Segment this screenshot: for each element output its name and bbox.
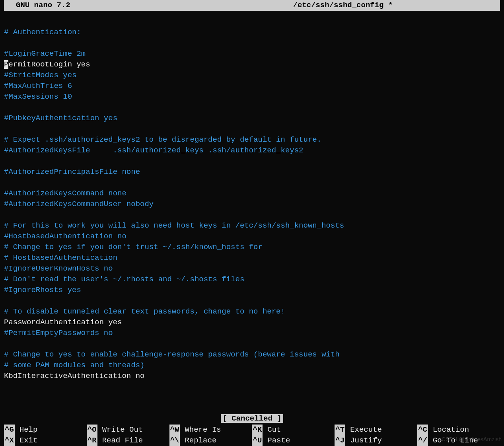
status-message: [ Cancelled ]: [221, 414, 283, 423]
shortcut-item[interactable]: ^\Replace: [169, 435, 252, 446]
shortcut-item[interactable]: ^XExit: [4, 435, 87, 446]
editor-line[interactable]: #PubkeyAuthentication yes: [4, 113, 500, 124]
shortcut-label: Location: [428, 425, 469, 435]
editor-line[interactable]: # To disable tunneled clear text passwor…: [4, 306, 500, 317]
shortcut-label: Justify: [345, 435, 382, 446]
shortcut-label: Where Is: [180, 425, 221, 435]
cursor: P: [4, 60, 8, 69]
line-text: # Expect .ssh/authorized_keys2 to be dis…: [4, 135, 321, 144]
editor-line[interactable]: # Authentication:: [4, 27, 500, 38]
editor-line[interactable]: [4, 339, 500, 349]
editor-line[interactable]: [4, 124, 500, 134]
app-name: GNU nano 7.2: [8, 0, 70, 11]
editor-line[interactable]: [4, 16, 500, 27]
watermark: CSDN @HolmesAmzish: [442, 436, 502, 444]
editor-line[interactable]: KbdInteractiveAuthentication no: [4, 371, 500, 382]
line-text: #IgnoreUserKnownHosts no: [4, 264, 113, 273]
editor-line[interactable]: [4, 156, 500, 167]
line-text: # HostbasedAuthentication: [4, 253, 117, 262]
editor-line[interactable]: #HostbasedAuthentication no: [4, 231, 500, 242]
editor-area[interactable]: # Authentication:#LoginGraceTime 2mPermi…: [0, 11, 504, 382]
shortcut-item[interactable]: ^UPaste: [252, 435, 335, 446]
shortcut-item[interactable]: ^CLocation: [417, 425, 500, 435]
shortcut-key: ^O: [87, 425, 97, 435]
shortcut-item[interactable]: ^JJustify: [335, 435, 417, 446]
shortcut-item[interactable]: ^TExecute: [335, 425, 417, 435]
shortcut-label: Replace: [180, 435, 216, 446]
line-text: # Change to yes if you don't trust ~/.ss…: [4, 243, 263, 251]
shortcut-bar: ^GHelp^OWrite Out^WWhere Is^KCut^TExecut…: [4, 425, 500, 446]
editor-line[interactable]: #MaxSessions 10: [4, 92, 500, 102]
editor-line[interactable]: # some PAM modules and threads): [4, 360, 500, 371]
editor-line[interactable]: #MaxAuthTries 6: [4, 81, 500, 92]
line-text: #MaxAuthTries 6: [4, 82, 72, 90]
line-text: #AuthorizedKeysFile .ssh/authorized_keys…: [4, 146, 304, 155]
shortcut-key: ^G: [4, 425, 15, 435]
editor-line[interactable]: # HostbasedAuthentication: [4, 253, 500, 263]
shortcut-key: ^R: [87, 435, 97, 446]
shortcut-key: ^W: [169, 425, 180, 435]
editor-line[interactable]: #IgnoreUserKnownHosts no: [4, 263, 500, 274]
shortcut-key: ^C: [417, 425, 428, 435]
line-text: KbdInteractiveAuthentication no: [4, 372, 144, 380]
editor-line[interactable]: # For this to work you will also need ho…: [4, 220, 500, 231]
titlebar: GNU nano 7.2 /etc/ssh/sshd_config *: [4, 0, 500, 11]
shortcut-label: Execute: [345, 425, 382, 435]
editor-line[interactable]: #IgnoreRhosts yes: [4, 285, 500, 296]
editor-line[interactable]: [4, 296, 500, 306]
line-text: #AuthorizedKeysCommandUser nobody: [4, 200, 154, 208]
editor-line[interactable]: #StrictModes yes: [4, 70, 500, 81]
editor-line[interactable]: [4, 177, 500, 188]
editor-line[interactable]: [4, 38, 500, 49]
editor-line[interactable]: # Change to yes if you don't trust ~/.ss…: [4, 242, 500, 253]
editor-line[interactable]: # Expect .ssh/authorized_keys2 to be dis…: [4, 134, 500, 145]
line-text: # To disable tunneled clear text passwor…: [4, 307, 285, 316]
editor-line[interactable]: #AuthorizedKeysFile .ssh/authorized_keys…: [4, 145, 500, 156]
shortcut-key: ^\: [169, 435, 180, 446]
line-text: #LoginGraceTime 2m: [4, 49, 86, 58]
shortcut-key: ^U: [252, 435, 263, 446]
shortcut-item[interactable]: ^WWhere Is: [169, 425, 252, 435]
line-text: #HostbasedAuthentication no: [4, 232, 126, 241]
editor-line[interactable]: #AuthorizedKeysCommand none: [4, 188, 500, 199]
shortcut-item[interactable]: ^OWrite Out: [87, 425, 169, 435]
editor-line[interactable]: #PermitEmptyPasswords no: [4, 328, 500, 339]
line-text: #StrictModes yes: [4, 71, 76, 80]
line-text: PasswordAuthentication yes: [4, 318, 122, 327]
editor-line[interactable]: #AuthorizedPrincipalsFile none: [4, 167, 500, 177]
line-text: #MaxSessions 10: [4, 92, 72, 101]
shortcut-label: Write Out: [97, 425, 143, 435]
shortcut-item[interactable]: ^GHelp: [4, 425, 87, 435]
shortcut-label: Cut: [263, 425, 281, 435]
editor-line[interactable]: [4, 102, 500, 113]
file-path: /etc/ssh/sshd_config *: [70, 0, 496, 11]
line-text: #PubkeyAuthentication yes: [4, 114, 117, 123]
editor-line[interactable]: [4, 210, 500, 220]
status-bar: [ Cancelled ]: [0, 413, 504, 424]
editor-line[interactable]: # Change to yes to enable challenge-resp…: [4, 349, 500, 360]
shortcut-row-2: ^XExit^RRead File^\Replace^UPaste^JJusti…: [4, 435, 500, 446]
editor-line[interactable]: # Don't read the user's ~/.rhosts and ~/…: [4, 274, 500, 285]
line-text: # Don't read the user's ~/.rhosts and ~/…: [4, 275, 244, 284]
editor-line[interactable]: PermitRootLogin yes: [4, 59, 500, 70]
shortcut-key: ^J: [335, 435, 345, 446]
shortcut-key: ^T: [335, 425, 345, 435]
shortcut-label: Exit: [15, 435, 38, 446]
shortcut-key: ^K: [252, 425, 263, 435]
line-text: # Authentication:: [4, 28, 81, 37]
line-text: ermitRootLogin yes: [8, 60, 90, 69]
line-text: # some PAM modules and threads): [4, 361, 144, 370]
shortcut-key: ^X: [4, 435, 15, 446]
line-text: #AuthorizedPrincipalsFile none: [4, 167, 140, 176]
editor-line[interactable]: PasswordAuthentication yes: [4, 317, 500, 328]
shortcut-item[interactable]: ^KCut: [252, 425, 335, 435]
shortcut-label: Paste: [263, 435, 290, 446]
line-text: #AuthorizedKeysCommand none: [4, 189, 126, 198]
line-text: #PermitEmptyPasswords no: [4, 329, 113, 337]
shortcut-label: Read File: [97, 435, 143, 446]
line-text: # For this to work you will also need ho…: [4, 221, 344, 230]
shortcut-key: ^/: [417, 435, 428, 446]
shortcut-item[interactable]: ^RRead File: [87, 435, 169, 446]
editor-line[interactable]: #LoginGraceTime 2m: [4, 49, 500, 59]
editor-line[interactable]: #AuthorizedKeysCommandUser nobody: [4, 199, 500, 210]
